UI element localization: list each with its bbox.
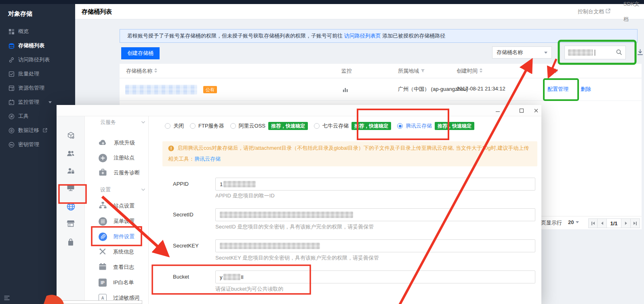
menu-item-site-settings[interactable]: 站点设置 [99,201,135,211]
table-header-row: 存储桶名称 监控 所属地域 创建时间 操作 [120,64,642,78]
sort-icon[interactable] [154,68,158,74]
globe-icon[interactable] [66,201,76,211]
radio-selected-icon[interactable] [397,123,403,129]
menu-item-attachment-settings[interactable]: 附件设置 [99,232,135,241]
tooltip-fragment [61,300,142,304]
value-prefix: y [220,274,223,280]
menu-section-settings[interactable]: 设置 [100,185,145,194]
store-icon[interactable] [66,218,76,228]
sidebar-item-overview[interactable]: 概览 [0,26,75,37]
option-qiniu[interactable]: 七牛云存储 推荐，快速稳定 [314,122,391,130]
column-header-actions: 操作 [547,64,558,78]
chevron-down-icon [141,188,145,191]
monitor-icon[interactable] [66,183,76,193]
config-manage-link[interactable]: 配置管理 [547,86,568,93]
sort-icon[interactable] [479,68,483,74]
sidebar-item-label: 批量处理 [18,70,39,78]
column-label: 所属地域 [398,67,419,75]
user-lock-icon[interactable] [66,166,76,176]
window-titlebar[interactable] [57,105,541,116]
sidebar-item-bucket-list[interactable]: 存储桶列表 [0,40,75,51]
monitor-bars-icon[interactable] [343,87,348,94]
first-page-button[interactable] [588,218,598,228]
delete-link[interactable]: 删除 [581,86,591,93]
minimize-icon[interactable] [495,108,501,113]
filter-field-dropdown[interactable]: 存储桶名称 [492,46,552,59]
sidebar-item-batch[interactable]: 批量处理 [0,69,75,79]
notice-text: 若根账号授予了子账号某存储桶的权限，但未授子账号获取存储桶列表的权限，子账号可前… [127,33,344,39]
external-link-icon [43,128,47,134]
external-link-icon [606,4,610,19]
plus-circle-icon [99,154,107,162]
menu-item-view-logs[interactable]: 查看日志 [99,262,134,272]
radio-icon[interactable] [165,123,170,129]
option-ftp[interactable]: FTP服务器 [190,122,224,130]
cloud-package-icon[interactable] [66,130,76,140]
create-bucket-button[interactable]: 创建存储桶 [121,47,160,59]
tencent-cos-tool-link[interactable]: 腾讯云存储 [194,155,221,163]
chevron-down-icon [141,121,145,124]
menu-item-system-upgrade[interactable]: 系统升级 [99,138,135,148]
filter-funnel-icon[interactable] [421,68,425,74]
secretid-input[interactable] [215,208,535,221]
users-icon[interactable] [66,149,76,158]
sidebar-collapse-icon[interactable] [4,296,10,302]
module-rail [57,116,85,304]
option-tencent-cos[interactable]: 腾讯云存储 推荐，快速稳定 [397,122,474,130]
next-page-button[interactable] [621,218,631,228]
sdk-doc-link[interactable]: SDK文档 [623,4,644,19]
bag-icon[interactable] [66,237,76,247]
tools-label: 相关工具： [168,155,194,163]
menu-item-label: 站点设置 [114,202,135,210]
calendar-icon [8,99,15,105]
sidebar-item-access-path[interactable]: 访问路径列表 [0,55,75,65]
search-icon[interactable] [616,49,622,57]
filter-selected-label: 存储桶名称 [497,49,523,56]
tools-circle-icon [8,113,15,120]
sidebar-item-resource-pack[interactable]: 资源包管理 [0,83,75,93]
download-list-icon[interactable] [637,49,644,57]
pagination-buttons: 1/1 [588,218,640,228]
page-size-dropdown[interactable]: 20 [568,219,579,225]
option-close[interactable]: 关闭 [165,122,184,130]
last-page-button[interactable] [631,218,640,228]
close-icon[interactable] [533,108,539,113]
menu-item-system-info[interactable]: 系统信息 [99,247,134,257]
appid-input[interactable]: 1 [215,178,535,191]
secretkey-label: SecretKEY [173,242,199,250]
bucket-search-input[interactable] [564,46,626,59]
menu-item-ip-whitelist[interactable]: IP IP白名单 [99,278,134,287]
access-path-page-link[interactable]: 访问路径列表页 [344,33,381,39]
menu-item-register-site[interactable]: 注册站点 [99,153,135,163]
bucket-input[interactable]: y ll [215,270,535,283]
column-label: 创建时间 [457,67,478,75]
option-aliyun-oss[interactable]: 阿里云OSS 推荐，快速稳定 [230,122,308,130]
value-prefix: 1 [220,181,223,187]
radio-icon[interactable] [314,123,320,129]
column-header-name[interactable]: 存储桶名称 [126,64,158,78]
secretkey-input[interactable] [215,239,535,252]
radio-icon[interactable] [190,123,196,129]
menu-item-cloud-diagnose[interactable]: 云服务诊断 [99,168,140,178]
option-label: FTP服务器 [198,122,224,130]
menu-item-menu-settings[interactable]: 菜单设置 [99,216,135,226]
redacted-secretkey [220,243,320,249]
page-size-value: 20 [568,219,574,225]
secretid-label: SecretID [173,211,194,219]
console-doc-link[interactable]: 控制台文档 [578,4,610,19]
menu-section-cloud[interactable]: 云服务 [100,118,145,127]
sidebar-item-label: 资源包管理 [18,84,44,92]
radio-icon[interactable] [230,123,236,129]
key-circle-icon [8,141,15,148]
visibility-badge: 公有 [203,86,217,93]
column-label: 存储桶名称 [126,67,152,75]
maximize-icon[interactable] [519,108,524,113]
option-label: 关闭 [173,122,184,130]
sdk-doc-label: SDK文档 [623,0,644,27]
secretkey-help: SecretKEY 是您项目的安全密钥，具有该账户完全的权限，请妥善保管 [215,254,379,262]
column-header-created[interactable]: 创建时间 [457,64,483,78]
crossed-tools-icon [99,247,107,257]
column-header-region[interactable]: 所属地域 [398,64,425,78]
redacted-bucket-name[interactable] [125,85,197,94]
prev-page-button[interactable] [598,218,607,228]
